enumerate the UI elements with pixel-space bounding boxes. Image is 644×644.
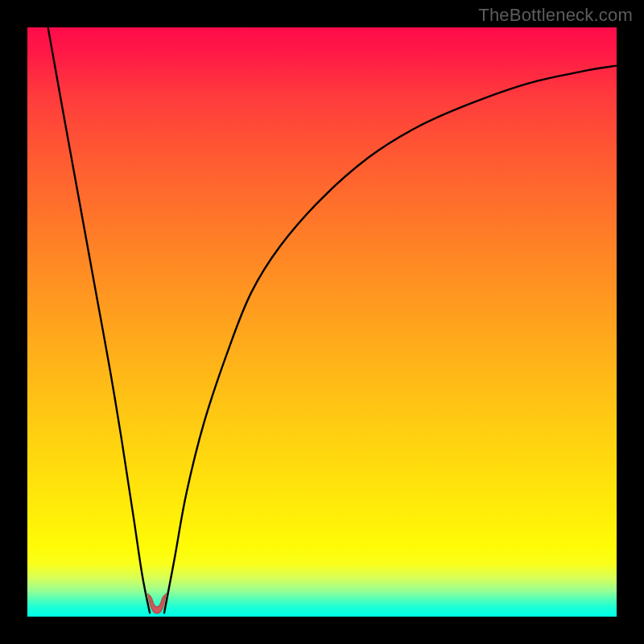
curve-left-branch: [48, 27, 151, 613]
plot-area: [27, 27, 617, 617]
notch-marker: [145, 592, 169, 615]
attribution-text: TheBottleneck.com: [478, 5, 633, 26]
bottleneck-curve: [27, 27, 617, 617]
notch-marker-shape: [148, 594, 166, 613]
curve-right-branch: [164, 66, 617, 614]
chart-frame: TheBottleneck.com: [0, 0, 644, 644]
